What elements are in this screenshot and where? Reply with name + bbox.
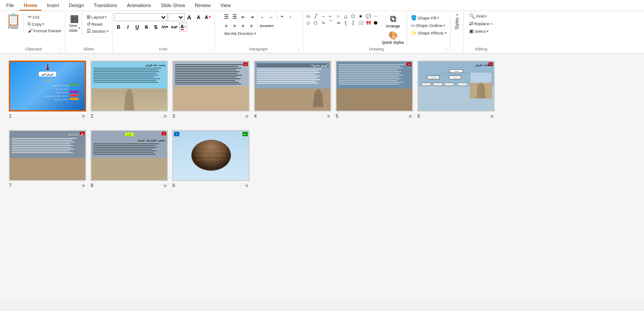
reset-icon: ↺ <box>87 21 91 27</box>
slide-number-7: 7 <box>9 183 11 188</box>
drawing-expand[interactable]: ⌄ <box>444 46 449 51</box>
shape-more[interactable]: ⋯ <box>372 13 379 19</box>
slide-item-7[interactable]: ⊞ هنر و فرزندان <box>9 130 86 189</box>
shape-callout[interactable]: 💬 <box>365 13 372 19</box>
bullets-button[interactable]: ☰ <box>223 13 231 21</box>
font-expand[interactable]: ⌄ <box>208 46 213 51</box>
slide-thumb-3: ⊞ <box>172 61 250 111</box>
font-color-button[interactable]: A ▾ <box>179 23 188 31</box>
shape-rect[interactable]: ▭ <box>305 13 312 19</box>
shape-ribbon[interactable]: 🎀 <box>365 19 372 26</box>
numbered-list-button[interactable]: ☰ <box>231 13 239 21</box>
slide-item-5[interactable]: ⊞ <box>336 61 413 119</box>
slides-label: Slides <box>65 47 112 51</box>
align-left-button[interactable]: ≡ <box>223 22 231 30</box>
slide-item-1[interactable]: كورش كبير ★★ وصیت نامه کورش كورش چه بود؟ <box>9 61 86 119</box>
reset-button[interactable]: ↺ Reset <box>85 21 110 27</box>
tab-review[interactable]: Review <box>190 1 215 11</box>
strikethrough-button[interactable]: S <box>142 23 151 31</box>
ribbon-content: 📋 Paste ✂ Cut ⎘ Copy ▾ 🖌 <box>0 11 644 53</box>
section-button[interactable]: ☰ Section ▾ <box>85 28 110 35</box>
underline-button[interactable]: U <box>133 23 142 31</box>
select-button[interactable]: ▣ Select ▾ <box>467 28 490 35</box>
slide-star-9: ★ <box>244 182 250 189</box>
clear-format-button[interactable]: A✗ <box>204 13 212 22</box>
shape-diamond[interactable]: ◇ <box>305 19 312 26</box>
shape-elbow[interactable]: ⌐ <box>327 13 334 19</box>
tab-view[interactable]: View <box>216 1 235 11</box>
format-painter-button[interactable]: 🖌 Format Painter <box>26 27 63 34</box>
slide-item-2[interactable]: وصیت نامه کورش <box>91 61 168 119</box>
slide-item-4[interactable]: كورش چه بود؟ <box>254 61 331 119</box>
paragraph-expand[interactable]: ⌄ <box>296 46 302 51</box>
quick-styles-button[interactable]: 🎨 Quick Styles <box>381 30 405 46</box>
shape-arrow[interactable]: → <box>320 13 327 19</box>
slide-number-8: 8 <box>91 183 93 188</box>
shape-brace[interactable]: { <box>342 19 349 26</box>
justify-button[interactable]: ≡ <box>248 22 256 30</box>
slide-item-3[interactable]: ⊞ <box>172 61 250 119</box>
cut-button[interactable]: ✂ Cut <box>26 14 63 20</box>
shape-block-arrow[interactable]: ⇒ <box>335 19 342 26</box>
slide-number-1: 1 <box>9 113 11 119</box>
layout-button[interactable]: ⊞ Layout ▾ <box>85 14 110 20</box>
tab-design[interactable]: Design <box>64 1 88 11</box>
shape-effects-button[interactable]: ✨ Shape Effects ▾ <box>409 30 448 36</box>
copy-button[interactable]: ⎘ Copy ▾ <box>26 21 63 27</box>
paste-button[interactable]: 📋 Paste <box>4 13 23 31</box>
replace-button[interactable]: ⇄ Replace ac <box>467 20 495 27</box>
smartart-button[interactable]: SmartArt <box>259 22 275 30</box>
tab-insert[interactable]: Insert <box>42 1 64 11</box>
shape-circle[interactable]: ○ <box>335 13 342 19</box>
bold-button[interactable]: B <box>114 23 123 31</box>
tab-slideshow[interactable]: Slide Show <box>156 1 189 11</box>
clipboard-expand[interactable]: ⌄ <box>59 46 64 51</box>
slide-item-6[interactable]: ⊞ شاهنامه کورش كورش كمبوجیه بردیا آتوسا <box>417 61 495 119</box>
text-direction-button[interactable]: Wa Wa Direction ▾ <box>223 31 258 36</box>
styles-group: Styles ▾ <box>451 12 464 52</box>
italic-button[interactable]: I <box>124 23 133 31</box>
paragraph-label: Paragraph <box>215 47 303 51</box>
shape-line[interactable]: ╱ <box>312 13 319 19</box>
shape-pentagon[interactable]: ⬠ <box>350 13 357 19</box>
find-icon: 🔍 <box>469 13 475 19</box>
align-right-button[interactable]: ≡ <box>239 22 247 30</box>
shape-curve[interactable]: ∿ <box>320 19 327 26</box>
shape-flow[interactable]: ⬜ <box>357 19 364 26</box>
font-grow-button[interactable]: A <box>185 13 194 22</box>
ltr-button[interactable]: → <box>267 13 275 21</box>
columns-button[interactable]: ⫩ <box>278 13 286 21</box>
shape-hexagon[interactable]: ⬡ <box>312 19 319 26</box>
increase-indent-button[interactable]: ⇥ <box>248 13 256 21</box>
slide-item-8[interactable]: ⊞ عاس منشور حقوق بشر کورش <box>91 130 168 189</box>
shape-outline-button[interactable]: ▭ Shape Outline ▾ <box>409 22 448 29</box>
shape-misc[interactable]: ⬟ <box>372 19 379 26</box>
font-size-select[interactable] <box>168 13 185 21</box>
font-shrink-button[interactable]: A <box>194 13 203 22</box>
shadow-button[interactable]: S <box>152 23 160 31</box>
layout-icon: ⊞ <box>87 14 91 20</box>
shape-fill-button[interactable]: 🪣 Shape Fill ▾ <box>409 15 448 21</box>
shapes-grid: ▭ ╱ → ⌐ ○ △ ⬠ ★ 💬 ⋯ ◇ ⬡ ∿ ⌒ ⇒ <box>305 13 379 27</box>
shape-triangle[interactable]: △ <box>342 13 349 19</box>
styles-button[interactable]: Styles ▾ <box>455 13 459 30</box>
shape-freeform[interactable]: ⌒ <box>327 19 334 26</box>
font-family-select[interactable] <box>114 13 167 21</box>
line-spacing-button[interactable]: ↕ <box>287 13 295 21</box>
tab-animations[interactable]: Animations <box>122 1 155 11</box>
shape-bracket[interactable]: [ <box>350 19 357 26</box>
arrange-button[interactable]: ⧉ Arrange <box>385 13 401 29</box>
char-spacing-button[interactable]: AV▾ <box>161 23 170 31</box>
tab-home[interactable]: Home <box>19 1 42 11</box>
new-slide-button[interactable]: ▦ New Slide ▾ <box>67 13 82 35</box>
shape-star[interactable]: ★ <box>357 13 364 19</box>
tab-file[interactable]: File <box>2 1 19 11</box>
slide-item-9[interactable]: ⊞ ▶ 9 ★ <box>172 130 250 189</box>
change-case-button[interactable]: Aa▾ <box>170 23 179 31</box>
align-center-button[interactable]: ≡ <box>231 22 239 30</box>
rtl-button[interactable]: ← <box>259 13 267 21</box>
find-button[interactable]: 🔍 Find ▾ <box>467 13 489 19</box>
clipboard-group: 📋 Paste ✂ Cut ⎘ Copy ▾ 🖌 <box>2 12 65 52</box>
decrease-indent-button[interactable]: ⇤ <box>239 13 247 21</box>
tab-transitions[interactable]: Transitions <box>89 1 121 11</box>
